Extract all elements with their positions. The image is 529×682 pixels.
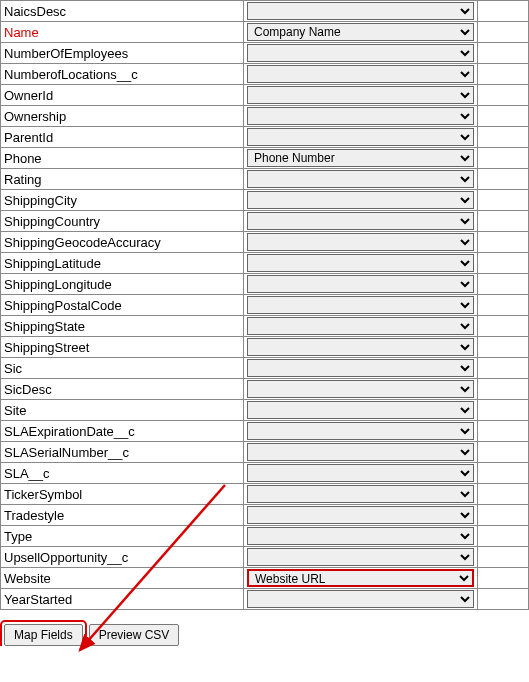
row-end-cell xyxy=(478,421,529,442)
field-mapping-select[interactable]: Company NamePhone NumberWebsite URL xyxy=(247,338,474,356)
table-row: OwnershipCompany NamePhone NumberWebsite… xyxy=(1,106,529,127)
field-select-cell: Company NamePhone NumberWebsite URL xyxy=(244,379,478,400)
field-mapping-select[interactable]: Company NamePhone NumberWebsite URL xyxy=(247,506,474,524)
row-end-cell xyxy=(478,442,529,463)
field-mapping-select[interactable]: Company NamePhone NumberWebsite URL xyxy=(247,2,474,20)
table-row: ShippingGeocodeAccuracyCompany NamePhone… xyxy=(1,232,529,253)
field-mapping-select[interactable]: Company NamePhone NumberWebsite URL xyxy=(247,233,474,251)
map-fields-button[interactable]: Map Fields xyxy=(4,624,83,646)
table-row: NumberOfEmployeesCompany NamePhone Numbe… xyxy=(1,43,529,64)
field-mapping-select[interactable]: Company NamePhone NumberWebsite URL xyxy=(247,590,474,608)
field-mapping-select[interactable]: Company NamePhone NumberWebsite URL xyxy=(247,422,474,440)
field-mapping-select[interactable]: Company NamePhone NumberWebsite URL xyxy=(247,254,474,272)
row-end-cell xyxy=(478,316,529,337)
row-end-cell xyxy=(478,484,529,505)
row-end-cell xyxy=(478,253,529,274)
field-mapping-select[interactable]: Company NamePhone NumberWebsite URL xyxy=(247,23,474,41)
field-mapping-select[interactable]: Company NamePhone NumberWebsite URL xyxy=(247,569,474,587)
field-mapping-select[interactable]: Company NamePhone NumberWebsite URL xyxy=(247,191,474,209)
field-mapping-select[interactable]: Company NamePhone NumberWebsite URL xyxy=(247,317,474,335)
field-select-cell: Company NamePhone NumberWebsite URL xyxy=(244,253,478,274)
field-mapping-select[interactable]: Company NamePhone NumberWebsite URL xyxy=(247,401,474,419)
table-row: OwnerIdCompany NamePhone NumberWebsite U… xyxy=(1,85,529,106)
field-mapping-select[interactable]: Company NamePhone NumberWebsite URL xyxy=(247,359,474,377)
field-select-cell: Company NamePhone NumberWebsite URL xyxy=(244,421,478,442)
table-row: SicCompany NamePhone NumberWebsite URL xyxy=(1,358,529,379)
field-select-cell: Company NamePhone NumberWebsite URL xyxy=(244,43,478,64)
field-mapping-select[interactable]: Company NamePhone NumberWebsite URL xyxy=(247,296,474,314)
field-select-cell: Company NamePhone NumberWebsite URL xyxy=(244,64,478,85)
field-mapping-select[interactable]: Company NamePhone NumberWebsite URL xyxy=(247,527,474,545)
field-mapping-select[interactable]: Company NamePhone NumberWebsite URL xyxy=(247,107,474,125)
field-mapping-select[interactable]: Company NamePhone NumberWebsite URL xyxy=(247,464,474,482)
field-label: Website xyxy=(1,568,244,589)
field-select-cell: Company NamePhone NumberWebsite URL xyxy=(244,295,478,316)
row-end-cell xyxy=(478,85,529,106)
table-row: UpsellOpportunity__cCompany NamePhone Nu… xyxy=(1,547,529,568)
field-select-cell: Company NamePhone NumberWebsite URL xyxy=(244,568,478,589)
table-row: ShippingLatitudeCompany NamePhone Number… xyxy=(1,253,529,274)
row-end-cell xyxy=(478,43,529,64)
field-label: ShippingState xyxy=(1,316,244,337)
field-label: SLASerialNumber__c xyxy=(1,442,244,463)
field-select-cell: Company NamePhone NumberWebsite URL xyxy=(244,358,478,379)
field-mapping-select[interactable]: Company NamePhone NumberWebsite URL xyxy=(247,443,474,461)
field-mapping-select[interactable]: Company NamePhone NumberWebsite URL xyxy=(247,44,474,62)
field-mapping-select[interactable]: Company NamePhone NumberWebsite URL xyxy=(247,212,474,230)
row-end-cell xyxy=(478,1,529,22)
table-row: SLAExpirationDate__cCompany NamePhone Nu… xyxy=(1,421,529,442)
field-mapping-select[interactable]: Company NamePhone NumberWebsite URL xyxy=(247,149,474,167)
field-select-cell: Company NamePhone NumberWebsite URL xyxy=(244,442,478,463)
field-mapping-select[interactable]: Company NamePhone NumberWebsite URL xyxy=(247,86,474,104)
table-row: ShippingCountryCompany NamePhone NumberW… xyxy=(1,211,529,232)
table-row: SLA__cCompany NamePhone NumberWebsite UR… xyxy=(1,463,529,484)
table-row: ShippingLongitudeCompany NamePhone Numbe… xyxy=(1,274,529,295)
table-row: ShippingCityCompany NamePhone NumberWebs… xyxy=(1,190,529,211)
field-label: ShippingLatitude xyxy=(1,253,244,274)
row-end-cell xyxy=(478,400,529,421)
field-select-cell: Company NamePhone NumberWebsite URL xyxy=(244,505,478,526)
table-row: TickerSymbolCompany NamePhone NumberWebs… xyxy=(1,484,529,505)
field-mapping-select[interactable]: Company NamePhone NumberWebsite URL xyxy=(247,485,474,503)
field-label: ShippingCity xyxy=(1,190,244,211)
row-end-cell xyxy=(478,274,529,295)
table-row: TypeCompany NamePhone NumberWebsite URL xyxy=(1,526,529,547)
field-label: SicDesc xyxy=(1,379,244,400)
field-mapping-select[interactable]: Company NamePhone NumberWebsite URL xyxy=(247,380,474,398)
field-select-cell: Company NamePhone NumberWebsite URL xyxy=(244,274,478,295)
field-label: Site xyxy=(1,400,244,421)
preview-csv-button[interactable]: Preview CSV xyxy=(89,624,180,646)
field-select-cell: Company NamePhone NumberWebsite URL xyxy=(244,169,478,190)
table-row: ParentIdCompany NamePhone NumberWebsite … xyxy=(1,127,529,148)
field-select-cell: Company NamePhone NumberWebsite URL xyxy=(244,190,478,211)
field-mapping-select[interactable]: Company NamePhone NumberWebsite URL xyxy=(247,548,474,566)
field-select-cell: Company NamePhone NumberWebsite URL xyxy=(244,526,478,547)
field-label: UpsellOpportunity__c xyxy=(1,547,244,568)
field-mapping-select[interactable]: Company NamePhone NumberWebsite URL xyxy=(247,275,474,293)
field-select-cell: Company NamePhone NumberWebsite URL xyxy=(244,22,478,43)
table-row: YearStartedCompany NamePhone NumberWebsi… xyxy=(1,589,529,610)
row-end-cell xyxy=(478,505,529,526)
field-select-cell: Company NamePhone NumberWebsite URL xyxy=(244,589,478,610)
field-select-cell: Company NamePhone NumberWebsite URL xyxy=(244,547,478,568)
field-mapping-select[interactable]: Company NamePhone NumberWebsite URL xyxy=(247,65,474,83)
table-row: PhoneCompany NamePhone NumberWebsite URL xyxy=(1,148,529,169)
field-label: TickerSymbol xyxy=(1,484,244,505)
field-label: ShippingPostalCode xyxy=(1,295,244,316)
row-end-cell xyxy=(478,589,529,610)
field-mapping-select[interactable]: Company NamePhone NumberWebsite URL xyxy=(247,170,474,188)
table-row: ShippingStreetCompany NamePhone NumberWe… xyxy=(1,337,529,358)
field-label: Sic xyxy=(1,358,244,379)
field-label: YearStarted xyxy=(1,589,244,610)
row-end-cell xyxy=(478,379,529,400)
field-mapping-select[interactable]: Company NamePhone NumberWebsite URL xyxy=(247,128,474,146)
table-row: NameCompany NamePhone NumberWebsite URL xyxy=(1,22,529,43)
row-end-cell xyxy=(478,463,529,484)
field-select-cell: Company NamePhone NumberWebsite URL xyxy=(244,106,478,127)
button-row: Map Fields Preview CSV xyxy=(0,624,529,646)
row-end-cell xyxy=(478,127,529,148)
field-label: Type xyxy=(1,526,244,547)
field-label: Phone xyxy=(1,148,244,169)
table-row: NaicsDescCompany NamePhone NumberWebsite… xyxy=(1,1,529,22)
field-label: SLA__c xyxy=(1,463,244,484)
